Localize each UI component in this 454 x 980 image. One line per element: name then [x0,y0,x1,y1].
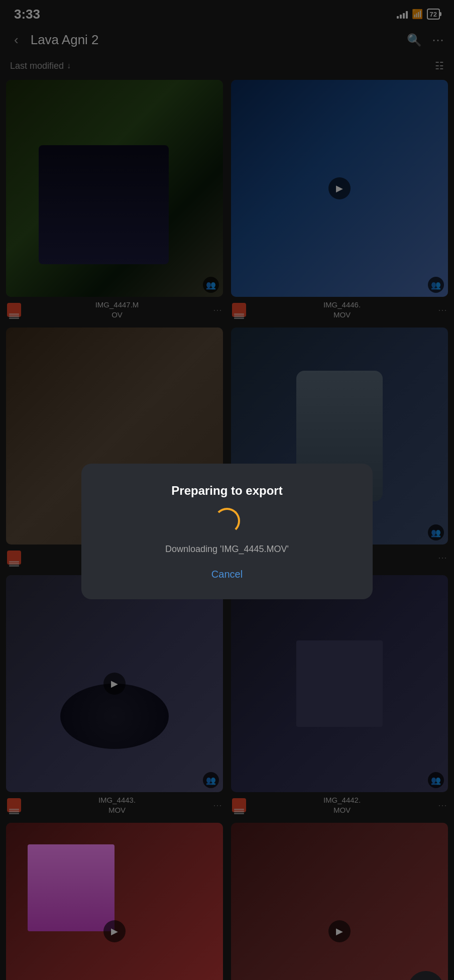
cancel-button[interactable]: Cancel [201,565,253,584]
modal-title: Preparing to export [171,484,282,498]
loading-spinner [214,508,240,534]
modal-status: Downloading 'IMG_4445.MOV' [165,544,289,555]
export-modal: Preparing to export Downloading 'IMG_444… [81,464,373,599]
modal-overlay: Preparing to export Downloading 'IMG_444… [0,0,454,980]
